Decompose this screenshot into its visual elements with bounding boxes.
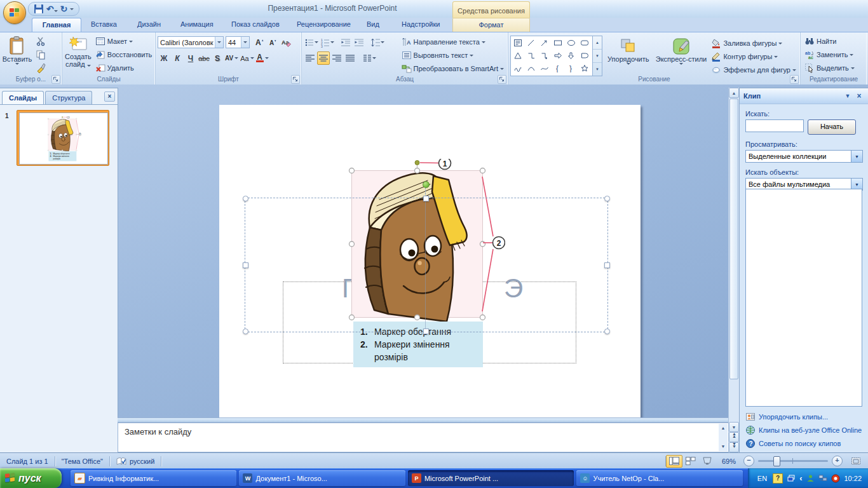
shape-rounded-rectangle-icon[interactable]	[580, 39, 589, 47]
align-left-button[interactable]	[304, 51, 316, 65]
align-text-button[interactable]: Выровнять текст	[400, 49, 506, 62]
outline-tab[interactable]: Структура	[45, 91, 92, 104]
new-slide-button[interactable]: Создать слайд	[64, 34, 92, 76]
scroll-down-icon[interactable]: ▼	[729, 422, 739, 432]
scroll-up-icon[interactable]: ▲	[729, 88, 739, 98]
shape-delay-icon[interactable]	[580, 51, 589, 60]
office-online-link[interactable]: Клипы на веб-узле Office Online	[745, 423, 865, 437]
fit-to-window-button[interactable]	[848, 455, 864, 468]
shape-triangle-icon[interactable]	[513, 51, 522, 60]
shape-right-arrow-icon[interactable]	[553, 51, 562, 60]
handle-bottom-left[interactable]	[243, 329, 248, 334]
bullets-button[interactable]	[304, 36, 319, 49]
tab-retsenzirovanie[interactable]: Рецензирование	[289, 18, 358, 32]
text-direction-button[interactable]: A Направление текста	[400, 36, 506, 48]
clip-results-list[interactable]	[745, 189, 862, 407]
layout-button[interactable]: Макет	[93, 35, 154, 48]
restore-window-icon[interactable]	[787, 474, 796, 483]
shape-line-icon[interactable]	[527, 39, 535, 47]
font-color-button[interactable]: А	[255, 51, 269, 65]
increase-indent-button[interactable]	[353, 36, 365, 49]
network-tray-icon[interactable]	[818, 474, 827, 483]
handle-mid-right[interactable]	[604, 262, 610, 268]
quick-styles-button[interactable]: Экспресс-стили	[654, 36, 709, 78]
text-shadow-button[interactable]: S	[211, 51, 224, 65]
slide-canvas[interactable]: Г Э	[219, 105, 641, 418]
tab-vid[interactable]: Вид	[359, 18, 387, 32]
netop-tray-icon[interactable]	[806, 474, 815, 483]
font-family-combo[interactable]: Calibri (Заголовк	[158, 36, 224, 48]
slides-tab[interactable]: Слайды	[2, 91, 44, 104]
shape-right-brace-icon[interactable]: }	[567, 64, 576, 72]
tab-pokaz-slaydov[interactable]: Показ слайдов	[224, 18, 287, 32]
tab-animatsiya[interactable]: Анимация	[173, 18, 221, 32]
shape-elbow-icon[interactable]	[527, 51, 536, 60]
spellcheck-status[interactable]: русский	[110, 456, 161, 466]
zoom-in-button[interactable]: +	[832, 456, 843, 466]
normal-view-button[interactable]	[666, 455, 682, 468]
shape-elbow-arrow-icon[interactable]	[540, 51, 549, 60]
shape-scribble-icon[interactable]	[513, 64, 522, 72]
shapes-scroll-up-icon[interactable]: ▲	[593, 36, 602, 50]
notes-pane[interactable]: Заметки к слайду ▲ ▼	[118, 423, 729, 452]
tab-format[interactable]: Формат	[452, 18, 530, 32]
notes-splitter[interactable]	[118, 417, 729, 423]
shapes-scrollbar[interactable]: ▲ ▼ ▼	[593, 36, 602, 76]
cut-button[interactable]	[34, 35, 48, 48]
shape-outline-button[interactable]: Контур фигуры	[709, 50, 798, 63]
columns-button[interactable]	[362, 51, 377, 65]
paste-button[interactable]: Вставить	[2, 34, 32, 76]
shapes-more-icon[interactable]: ▼	[593, 63, 602, 76]
tab-dizayn[interactable]: Дизайн	[130, 18, 168, 32]
handle-top-center[interactable]	[423, 196, 429, 201]
slide-sorter-view-button[interactable]	[682, 455, 699, 468]
format-painter-button[interactable]	[34, 62, 48, 74]
task-pane-menu-icon[interactable]: ▼	[843, 93, 853, 99]
shapes-gallery[interactable]: { } ▲ ▼ ▼	[510, 36, 602, 78]
qat-customize-icon[interactable]	[70, 8, 74, 10]
start-button[interactable]: пуск	[0, 468, 62, 488]
shape-oval-icon[interactable]	[567, 39, 576, 47]
editor-scrollbar[interactable]: ▲ ▼ ▲▲ ▼▼	[728, 88, 739, 452]
collections-dropdown[interactable]: Выделенные коллекции ▼	[745, 150, 863, 163]
drawing-dialog-launcher[interactable]	[790, 75, 799, 84]
rotation-handle[interactable]	[423, 181, 430, 188]
search-start-button[interactable]: Начать	[808, 119, 856, 135]
align-center-button[interactable]	[317, 51, 330, 65]
collections-dropdown-chevron-icon[interactable]: ▼	[851, 151, 862, 162]
shape-effects-button[interactable]: Эффекты для фигур	[709, 64, 798, 76]
strikethrough-button[interactable]: abc	[198, 51, 210, 65]
language-indicator[interactable]: EN	[756, 474, 769, 483]
taskbar-item-rivkind[interactable]: ▰ Ривкінд Інформатик...	[71, 470, 236, 486]
antivirus-tray-icon[interactable]	[831, 474, 840, 483]
previous-slide-button[interactable]: ▲▲	[729, 432, 739, 442]
bold-button[interactable]: Ж	[158, 51, 170, 65]
handle-bottom-right[interactable]	[604, 329, 610, 334]
selected-textbox[interactable]	[245, 198, 608, 332]
shape-star-icon[interactable]	[580, 64, 589, 72]
convert-to-smartart-button[interactable]: Преобразовать в SmartArt	[400, 62, 506, 75]
shape-arrow-icon[interactable]	[540, 39, 548, 47]
handle-bottom-center[interactable]	[423, 329, 429, 334]
next-slide-button[interactable]: ▼▼	[729, 442, 739, 452]
shape-left-brace-icon[interactable]: {	[553, 64, 562, 72]
search-tips-link[interactable]: ? Советы по поиску клипов	[745, 437, 865, 450]
shape-textbox-icon[interactable]	[513, 39, 522, 47]
delete-slide-button[interactable]: Удалить	[93, 62, 154, 74]
copy-button[interactable]	[34, 48, 48, 61]
shape-down-arrow-icon[interactable]	[567, 51, 576, 60]
reset-slide-button[interactable]: Восстановить	[93, 48, 154, 61]
justify-button[interactable]	[344, 51, 356, 65]
italic-button[interactable]: К	[171, 51, 184, 65]
organize-clips-link[interactable]: Упорядочить клипы...	[745, 410, 865, 423]
clear-formatting-button[interactable]: Aa	[280, 36, 292, 49]
notes-scrollbar[interactable]: ▲ ▼	[719, 424, 728, 451]
panel-close-button[interactable]: ×	[104, 92, 115, 102]
paragraph-dialog-launcher[interactable]	[498, 75, 506, 84]
clipboard-dialog-launcher[interactable]	[51, 75, 60, 84]
notes-scroll-down-icon[interactable]: ▼	[719, 442, 728, 451]
slide-thumbnail[interactable]	[17, 110, 109, 166]
office-button[interactable]	[3, 1, 26, 24]
decrease-indent-button[interactable]	[339, 36, 352, 49]
grow-font-button[interactable]: A	[253, 36, 266, 49]
